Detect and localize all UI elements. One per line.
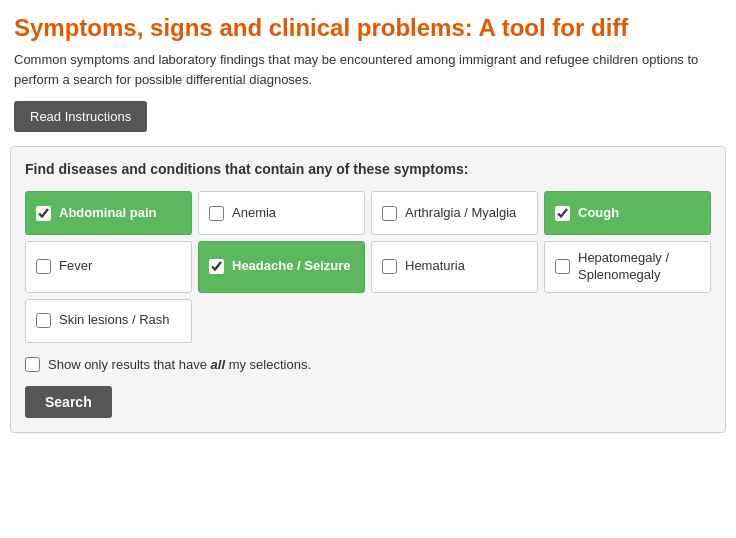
read-instructions-button[interactable]: Read Instructions (14, 101, 147, 132)
symptom-checkbox-skin-lesions-rash[interactable] (36, 313, 51, 328)
symptom-checkbox-abdominal-pain[interactable] (36, 206, 51, 221)
symptom-checkbox-hematuria[interactable] (382, 259, 397, 274)
symptoms-grid: Abdominal painAnemiaArthralgia / Myalgia… (25, 191, 711, 343)
symptoms-panel: Find diseases and conditions that contai… (10, 146, 726, 433)
symptom-label-arthralgia-myalgia: Arthralgia / Myalgia (405, 205, 516, 222)
symptom-item-arthralgia-myalgia[interactable]: Arthralgia / Myalgia (371, 191, 538, 235)
symptom-item-skin-lesions-rash[interactable]: Skin lesions / Rash (25, 299, 192, 343)
symptom-checkbox-anemia[interactable] (209, 206, 224, 221)
symptom-item-abdominal-pain[interactable]: Abdominal pain (25, 191, 192, 235)
symptom-label-fever: Fever (59, 258, 92, 275)
symptom-label-headache-seizure: Headache / Seizure (232, 258, 351, 275)
symptom-item-headache-seizure[interactable]: Headache / Seizure (198, 241, 365, 293)
symptom-label-abdominal-pain: Abdominal pain (59, 205, 157, 222)
symptom-label-cough: Cough (578, 205, 619, 222)
symptom-label-hepatomegaly-splenomegaly: Hepatomegaly / Splenomegaly (578, 250, 700, 284)
show-all-checkbox[interactable] (25, 357, 40, 372)
symptom-label-hematuria: Hematuria (405, 258, 465, 275)
symptom-item-hematuria[interactable]: Hematuria (371, 241, 538, 293)
symptom-item-hepatomegaly-splenomegaly[interactable]: Hepatomegaly / Splenomegaly (544, 241, 711, 293)
show-all-row: Show only results that have all my selec… (25, 357, 711, 372)
symptom-checkbox-fever[interactable] (36, 259, 51, 274)
show-all-label[interactable]: Show only results that have all my selec… (48, 357, 311, 372)
symptom-item-cough[interactable]: Cough (544, 191, 711, 235)
panel-heading: Find diseases and conditions that contai… (25, 161, 711, 177)
symptom-item-anemia[interactable]: Anemia (198, 191, 365, 235)
symptom-label-anemia: Anemia (232, 205, 276, 222)
page-description: Common symptoms and laboratory findings … (0, 50, 736, 101)
symptom-checkbox-arthralgia-myalgia[interactable] (382, 206, 397, 221)
symptom-item-fever[interactable]: Fever (25, 241, 192, 293)
symptom-label-skin-lesions-rash: Skin lesions / Rash (59, 312, 170, 329)
symptom-checkbox-headache-seizure[interactable] (209, 259, 224, 274)
symptom-checkbox-hepatomegaly-splenomegaly[interactable] (555, 259, 570, 274)
page-title: Symptoms, signs and clinical problems: A… (0, 0, 736, 50)
search-button[interactable]: Search (25, 386, 112, 418)
symptom-checkbox-cough[interactable] (555, 206, 570, 221)
